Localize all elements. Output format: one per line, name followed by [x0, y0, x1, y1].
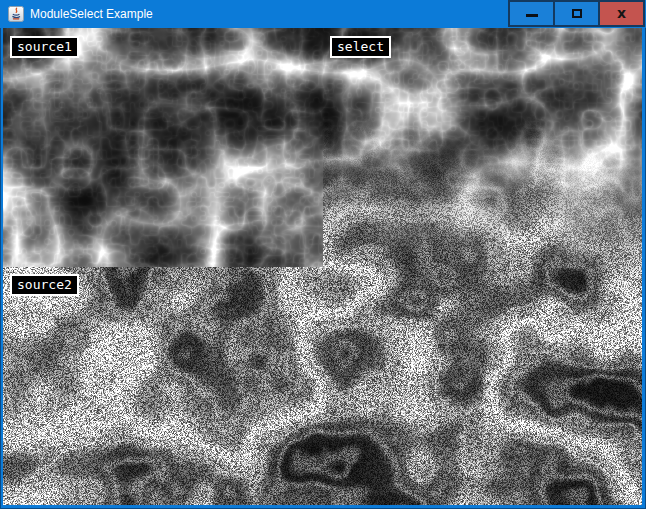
select-image	[323, 28, 642, 505]
window-title: ModuleSelect Example	[30, 0, 153, 28]
java-app-icon	[8, 6, 24, 22]
close-icon: x	[617, 6, 626, 20]
select-label: select	[330, 36, 391, 58]
source1-label: source1	[10, 36, 79, 58]
source1-image	[3, 28, 323, 267]
titlebar[interactable]: ModuleSelect Example x	[0, 0, 646, 28]
minimize-icon	[526, 14, 538, 17]
close-button[interactable]: x	[598, 0, 645, 27]
maximize-icon	[572, 9, 582, 18]
minimize-button[interactable]	[508, 0, 555, 27]
window-controls: x	[510, 0, 645, 28]
app-window: ModuleSelect Example x source1 select so…	[0, 0, 646, 509]
source2-image	[3, 267, 323, 505]
client-area: source1 select source2	[3, 28, 642, 505]
source2-label: source2	[10, 274, 79, 296]
maximize-button[interactable]	[553, 0, 600, 27]
